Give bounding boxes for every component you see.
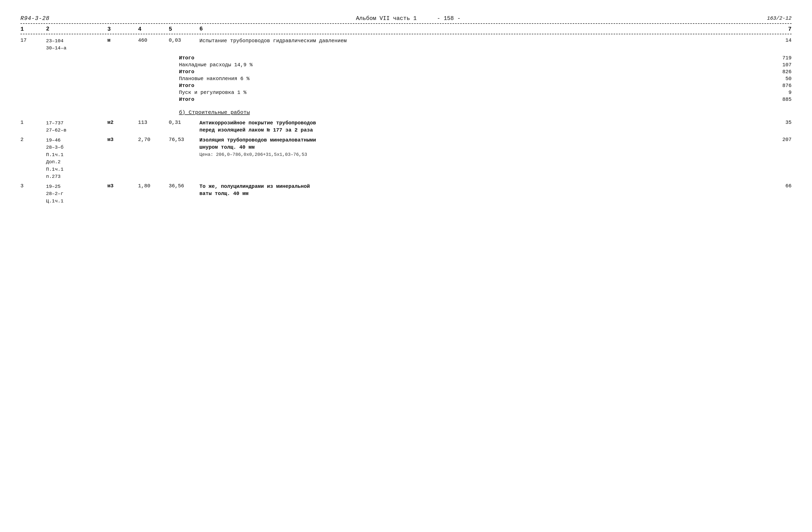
row-unit: м <box>107 37 138 43</box>
row-coeff: 76,53 <box>169 137 200 142</box>
row-desc: То же, полуцилиндрами из минеральной ват… <box>200 183 761 197</box>
summary-row-itogo-4: Итого 885 <box>20 97 792 102</box>
row-total: 14 <box>761 37 792 43</box>
row-unit: м3 <box>107 183 138 189</box>
album-label: Альбом VII часть 1 <box>356 15 417 22</box>
row-desc: Антикоррозийное покрытие трубопроводов п… <box>200 120 761 134</box>
startup-value: 9 <box>761 89 792 96</box>
overhead-label: Накладные расходы 14,9 % <box>179 62 252 68</box>
col-header-7: 7 <box>788 26 792 32</box>
top-divider <box>20 23 792 24</box>
summary-value-4: 885 <box>761 97 792 102</box>
row-unit: м3 <box>107 137 138 142</box>
row-total: 207 <box>761 137 792 142</box>
album-info: Альбом VII часть 1 - 158 - <box>356 15 461 22</box>
row-total: 66 <box>761 183 792 189</box>
row-qty: 460 <box>138 37 169 43</box>
row-desc: Изоляция трубопроводов минераловатными ш… <box>200 137 761 158</box>
table-row: 2 19–4628–3–бП.1ч.1Доп.2П.1ч.1п.273 м3 2… <box>20 137 792 180</box>
row-code: 19–2528–2–гЦ.1ч.1 <box>46 183 107 205</box>
summary-label: Итого <box>179 55 194 61</box>
row-desc: Испытание трубопроводов гидравлическим д… <box>200 37 761 44</box>
row-coeff: 0,03 <box>169 37 200 43</box>
summary-value-3: 876 <box>761 83 792 88</box>
summary-row-overhead: Накладные расходы 14,9 % 107 <box>20 62 792 68</box>
row-unit: м2 <box>107 120 138 125</box>
row-qty: 1,80 <box>138 183 169 189</box>
column-headers: 1 2 3 4 5 6 7 <box>20 25 792 33</box>
row-num: 2 <box>20 137 46 142</box>
header-divider <box>20 34 792 34</box>
section-b-title: б) Строительные работы <box>179 110 250 115</box>
row-code: 17–73727–62–в <box>46 120 107 134</box>
page-header: R94-3-28 Альбом VII часть 1 - 158 - 163/… <box>20 15 792 22</box>
col-header-3: 3 <box>107 26 111 32</box>
startup-label: Пуск и регулировка 1 % <box>179 89 246 96</box>
summary-row-itogo-2: Итого 826 <box>20 69 792 75</box>
row-num: 17 <box>20 37 46 43</box>
col-header-2: 2 <box>46 26 49 32</box>
doc-number-left: R94-3-28 <box>20 15 49 22</box>
summary-label-3: Итого <box>179 83 194 88</box>
col-header-1: 1 <box>20 26 24 32</box>
row-qty: 2,70 <box>138 137 169 142</box>
planned-label: Плановые накопления 6 % <box>179 76 249 82</box>
row-num: 1 <box>20 120 46 125</box>
col-header-6: 6 <box>200 26 203 32</box>
row-coeff: 0,31 <box>169 120 200 125</box>
summary-label-2: Итого <box>179 69 194 75</box>
table-row: 1 17–73727–62–в м2 113 0,31 Антикоррозий… <box>20 120 792 134</box>
summary-value: 719 <box>761 55 792 61</box>
row-total: 35 <box>761 120 792 125</box>
row-qty: 113 <box>138 120 169 125</box>
doc-number-right: 163/2-12 <box>767 15 792 21</box>
col-header-5: 5 <box>169 26 172 32</box>
row-coeff: 36,56 <box>169 183 200 189</box>
summary-label-4: Итого <box>179 97 194 102</box>
summary-row-planned: Плановые накопления 6 % 50 <box>20 76 792 82</box>
col-header-4: 4 <box>138 26 141 32</box>
table-row: 17 23–10430–14–а м 460 0,03 Испытание тр… <box>20 37 792 52</box>
price-note: Цена: 206,0–786,0х0,206+31,5х1,03–76,53 <box>200 152 307 157</box>
summary-row-startup: Пуск и регулировка 1 % 9 <box>20 89 792 96</box>
row-num: 3 <box>20 183 46 189</box>
table-row: 3 19–2528–2–гЦ.1ч.1 м3 1,80 36,56 То же,… <box>20 183 792 205</box>
summary-row-itogo-3: Итого 876 <box>20 83 792 88</box>
row-code: 23–10430–14–а <box>46 37 107 52</box>
row-code: 19–4628–3–бП.1ч.1Доп.2П.1ч.1п.273 <box>46 137 107 180</box>
summary-value-2: 826 <box>761 69 792 75</box>
page-number: - 158 - <box>437 15 461 22</box>
summary-row-itogo-1: Итого 719 <box>20 55 792 61</box>
overhead-value: 107 <box>761 62 792 68</box>
main-table: 17 23–10430–14–а м 460 0,03 Испытание тр… <box>20 37 792 205</box>
planned-value: 50 <box>761 76 792 82</box>
